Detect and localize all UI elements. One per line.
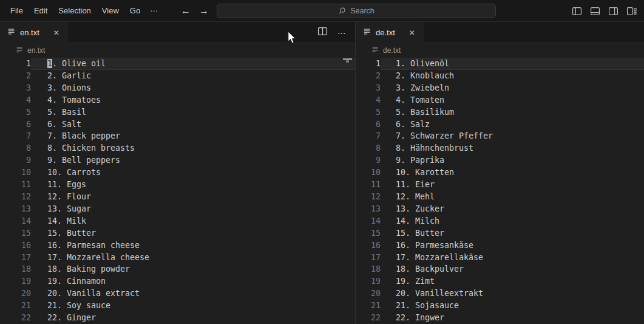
code-line[interactable]: 3. Zwiebeln bbox=[381, 82, 644, 94]
menu-selection[interactable]: Selection bbox=[53, 4, 96, 18]
code-line[interactable]: 13. Zucker bbox=[381, 203, 644, 215]
text-file-icon bbox=[16, 46, 24, 55]
code-line[interactable]: 22. Ingwer bbox=[381, 312, 644, 324]
line-number: 1 bbox=[356, 58, 381, 70]
code-line[interactable]: 10. Carrots bbox=[31, 167, 355, 179]
code-line[interactable]: 14. Milk bbox=[31, 215, 355, 227]
line-number: 12 bbox=[356, 191, 381, 203]
line-number: 9 bbox=[0, 154, 31, 167]
toggle-secondary-sidebar-icon[interactable] bbox=[608, 6, 619, 16]
code-line[interactable]: 4. Tomatoes bbox=[31, 94, 355, 106]
line-number: 19 bbox=[0, 275, 31, 288]
tab-de-txt[interactable]: de.txt ✕ bbox=[356, 22, 424, 43]
code-area[interactable]: 1. Olive oil2. Garlic3. Onions4. Tomatoe… bbox=[31, 58, 355, 324]
text-file-icon bbox=[363, 27, 371, 38]
vscode-window: File Edit Selection View Go ⋯ ← → Search bbox=[0, 0, 644, 324]
line-number: 7 bbox=[0, 130, 31, 142]
code-line[interactable]: 13. Sugar bbox=[31, 203, 355, 215]
code-line[interactable]: 9. Paprika bbox=[381, 154, 644, 167]
editor-group-en: en.txt ✕ ⋯ en.txt 1234567891011121314151… bbox=[0, 22, 355, 324]
editor-group-de: de.txt ✕ de.txt 123456789101112131415161… bbox=[355, 22, 644, 324]
code-line[interactable]: 15. Butter bbox=[381, 227, 644, 240]
line-number: 19 bbox=[356, 275, 381, 288]
forward-arrow-icon[interactable]: → bbox=[199, 6, 209, 16]
toggle-panel-icon[interactable] bbox=[590, 6, 600, 16]
code-line[interactable]: 11. Eier bbox=[381, 179, 644, 191]
search-input[interactable]: Search bbox=[217, 4, 496, 18]
menu-file[interactable]: File bbox=[5, 4, 29, 18]
code-line[interactable]: 8. Chicken breasts bbox=[31, 142, 355, 154]
line-number: 12 bbox=[0, 191, 31, 203]
code-line[interactable]: 18. Backpulver bbox=[381, 263, 644, 275]
split-editor-icon[interactable] bbox=[317, 26, 328, 39]
code-line[interactable]: 5. Basilikum bbox=[381, 106, 644, 119]
code-line[interactable]: 2. Garlic bbox=[31, 70, 355, 82]
breadcrumb-item[interactable]: en.txt bbox=[27, 46, 45, 55]
code-line[interactable]: 5. Basil bbox=[31, 106, 355, 119]
line-number: 11 bbox=[356, 179, 381, 191]
toggle-primary-sidebar-icon[interactable] bbox=[572, 6, 582, 16]
tab-en-txt[interactable]: en.txt ✕ bbox=[0, 22, 68, 43]
code-line[interactable]: 11. Eggs bbox=[31, 179, 355, 191]
menu-more-icon[interactable]: ⋯ bbox=[146, 4, 162, 18]
line-number: 4 bbox=[356, 94, 381, 106]
text-file-icon bbox=[7, 27, 16, 38]
line-number: 15 bbox=[0, 227, 31, 240]
text-editor-de[interactable]: 12345678910111213141516171819202122 1. O… bbox=[356, 58, 644, 324]
line-number: 16 bbox=[0, 240, 31, 252]
code-area[interactable]: 1. Olivenöl2. Knoblauch3. Zwiebeln4. Tom… bbox=[381, 58, 644, 324]
code-line[interactable]: 18. Baking powder bbox=[31, 263, 355, 275]
tab-label: de.txt bbox=[376, 28, 395, 37]
line-number: 2 bbox=[356, 70, 381, 82]
menu-go[interactable]: Go bbox=[124, 4, 146, 18]
line-number: 20 bbox=[0, 288, 31, 300]
code-line[interactable]: 6. Salz bbox=[381, 119, 644, 131]
line-number: 4 bbox=[0, 94, 31, 106]
mouse-pointer bbox=[287, 32, 297, 47]
code-line[interactable]: 1. Olive oil bbox=[31, 58, 355, 70]
back-arrow-icon[interactable]: ← bbox=[181, 6, 191, 16]
code-line[interactable]: 19. Cinnamon bbox=[31, 275, 355, 288]
history-navigation: ← → bbox=[181, 0, 209, 22]
code-line[interactable]: 6. Salt bbox=[31, 119, 355, 131]
line-number: 14 bbox=[0, 215, 31, 227]
code-line[interactable]: 17. Mozzarellakäse bbox=[381, 252, 644, 264]
text-file-icon bbox=[371, 46, 379, 55]
close-icon[interactable]: ✕ bbox=[408, 29, 416, 37]
code-line[interactable]: 10. Karotten bbox=[381, 167, 644, 179]
code-line[interactable]: 16. Parmesankäse bbox=[381, 240, 644, 252]
code-line[interactable]: 12. Flour bbox=[31, 191, 355, 203]
code-line[interactable]: 21. Sojasauce bbox=[381, 300, 644, 312]
code-line[interactable]: 20. Vanilleextrakt bbox=[381, 288, 644, 300]
code-line[interactable]: 16. Parmesan cheese bbox=[31, 240, 355, 252]
code-line[interactable]: 3. Onions bbox=[31, 82, 355, 94]
code-line[interactable]: 9. Bell peppers bbox=[31, 154, 355, 167]
line-number: 3 bbox=[356, 82, 381, 94]
code-line[interactable]: 14. Milch bbox=[381, 215, 644, 227]
code-line[interactable]: 1. Olivenöl bbox=[381, 58, 644, 70]
customize-layout-icon[interactable] bbox=[626, 6, 637, 16]
menu-bar: File Edit Selection View Go ⋯ bbox=[0, 4, 162, 18]
code-line[interactable]: 7. Schwarzer Pfeffer bbox=[381, 130, 644, 142]
code-line[interactable]: 19. Zimt bbox=[381, 275, 644, 288]
code-line[interactable]: 15. Butter bbox=[31, 227, 355, 240]
code-line[interactable]: 7. Black pepper bbox=[31, 130, 355, 142]
code-line[interactable]: 17. Mozzarella cheese bbox=[31, 252, 355, 264]
code-line[interactable]: 20. Vanilla extract bbox=[31, 288, 355, 300]
line-number: 6 bbox=[0, 119, 31, 131]
breadcrumb-item[interactable]: de.txt bbox=[383, 46, 401, 55]
code-line[interactable]: 22. Ginger bbox=[31, 312, 355, 324]
text-editor-en[interactable]: 12345678910111213141516171819202122 1. O… bbox=[0, 58, 355, 324]
code-line[interactable]: 12. Mehl bbox=[381, 191, 644, 203]
menu-edit[interactable]: Edit bbox=[29, 4, 53, 18]
line-number: 11 bbox=[0, 179, 31, 191]
code-line[interactable]: 4. Tomaten bbox=[381, 94, 644, 106]
line-number: 17 bbox=[356, 252, 381, 264]
code-line[interactable]: 8. Hähnchenbrust bbox=[381, 142, 644, 154]
breadcrumb: en.txt bbox=[0, 43, 355, 58]
code-line[interactable]: 21. Soy sauce bbox=[31, 300, 355, 312]
code-line[interactable]: 2. Knoblauch bbox=[381, 70, 644, 82]
close-icon[interactable]: ✕ bbox=[52, 29, 61, 37]
menu-view[interactable]: View bbox=[97, 4, 124, 18]
more-actions-icon[interactable]: ⋯ bbox=[337, 28, 347, 38]
